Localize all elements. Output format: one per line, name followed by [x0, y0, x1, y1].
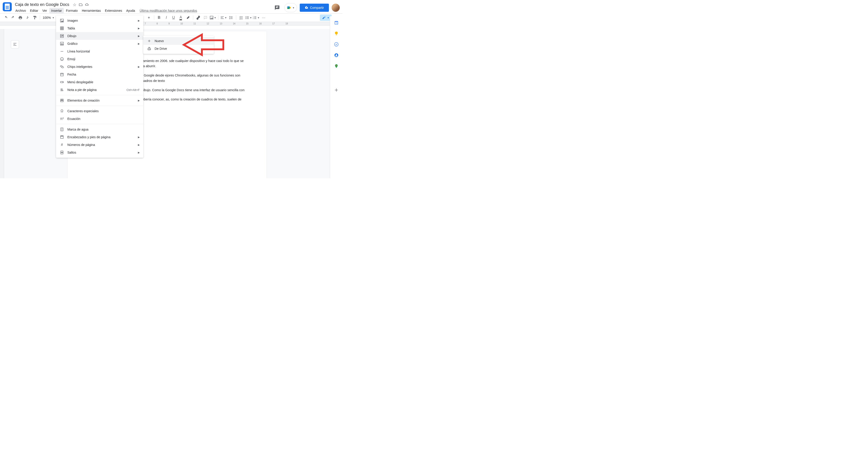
header: Caja de texto en Google Docs ☆ Archivo E…: [0, 0, 342, 13]
chart-icon: [60, 41, 64, 46]
keep-icon[interactable]: [334, 31, 339, 36]
menu-item-caracteres-especiales[interactable]: Ω Caracteres especiales: [56, 107, 143, 115]
undo-button[interactable]: [3, 15, 9, 21]
redo-button[interactable]: [10, 15, 16, 21]
maps-icon[interactable]: [334, 64, 339, 68]
chevron-right-icon: ▶: [138, 27, 140, 30]
document-title[interactable]: Caja de texto en Google Docs: [13, 2, 70, 7]
menu-item-marca-agua[interactable]: Marca de agua: [56, 125, 143, 133]
paint-format-button[interactable]: [32, 15, 38, 21]
chevron-right-icon: ▶: [138, 35, 140, 37]
menu-item-nota-pie[interactable]: Nota a pie de página Ctrl+Alt+F: [56, 86, 143, 94]
highlight-button[interactable]: [185, 15, 191, 21]
svg-point-6: [246, 18, 246, 19]
menu-editar[interactable]: Editar: [28, 8, 40, 13]
menu-item-tabla[interactable]: Tabla ▶: [56, 24, 143, 32]
bold-button[interactable]: B: [156, 15, 162, 21]
menu-archivo[interactable]: Archivo: [13, 8, 28, 13]
italic-button[interactable]: I: [163, 15, 169, 21]
svg-rect-1: [287, 6, 288, 8]
tasks-icon[interactable]: [334, 42, 339, 47]
drive-icon: [147, 47, 151, 51]
menu-item-fecha[interactable]: Fecha: [56, 70, 143, 78]
menu-item-encabezados[interactable]: Encabezados y pies de página ▶: [56, 133, 143, 141]
text-color-button[interactable]: A: [178, 15, 184, 21]
svg-point-31: [62, 66, 64, 68]
add-addon-icon[interactable]: [334, 88, 339, 92]
svg-point-21: [61, 35, 62, 37]
footnote-icon: [60, 88, 64, 92]
date-icon: [60, 73, 64, 77]
svg-rect-39: [61, 136, 63, 136]
chevron-down-icon: ▼: [292, 6, 295, 9]
chevron-right-icon: ▶: [138, 143, 140, 146]
last-modified-link[interactable]: Última modificación hace unos segundos: [140, 9, 197, 12]
bullet-list-button[interactable]: ▼: [245, 15, 252, 21]
menu-formato[interactable]: Formato: [64, 8, 80, 13]
submenu-label: Nuevo: [155, 39, 164, 43]
spellcheck-button[interactable]: [24, 15, 31, 21]
menu-ver[interactable]: Ver: [40, 8, 49, 13]
menu-insertar[interactable]: Insertar: [49, 8, 64, 13]
menu-item-saltos[interactable]: Saltos ▶: [56, 149, 143, 156]
menu-ayuda[interactable]: Ayuda: [124, 8, 137, 13]
submenu-item-de-drive[interactable]: De Drive: [143, 45, 214, 53]
dibujo-submenu: Nuevo De Drive: [143, 36, 214, 54]
menu-item-linea-horizontal[interactable]: Línea horizontal: [56, 48, 143, 55]
zoom-select[interactable]: 100%▼: [42, 15, 55, 21]
checklist-button[interactable]: [238, 15, 244, 21]
link-button[interactable]: [195, 15, 202, 21]
horizontal-ruler[interactable]: 789 101112 131415 161718: [0, 22, 342, 26]
underline-button[interactable]: U: [170, 15, 177, 21]
menu-label: Ecuación: [67, 117, 81, 120]
separator: [40, 16, 40, 20]
menu-item-grafico[interactable]: Gráfico ▶: [56, 40, 143, 48]
print-button[interactable]: [17, 15, 24, 21]
title-area: Caja de texto en Google Docs ☆ Archivo E…: [13, 2, 273, 13]
docs-logo-icon[interactable]: [3, 2, 12, 11]
insert-image-button[interactable]: ▼: [210, 15, 216, 21]
share-button[interactable]: Compartir: [300, 4, 329, 12]
menu-item-emoji[interactable]: Emoji: [56, 55, 143, 63]
outline-toggle-button[interactable]: [11, 40, 19, 49]
svg-point-29: [62, 59, 63, 59]
submenu-item-nuevo[interactable]: Nuevo: [143, 37, 214, 45]
menu-label: Gráfico: [67, 42, 78, 46]
vertical-ruler[interactable]: [0, 29, 4, 178]
menu-item-imagen[interactable]: Imagen ▶: [56, 17, 143, 24]
menu-extensiones[interactable]: Extensiones: [103, 8, 124, 13]
menu-item-chips[interactable]: Chips inteligentes ▶: [56, 63, 143, 70]
table-icon: [60, 26, 64, 30]
building-blocks-icon: [60, 98, 64, 103]
contacts-icon[interactable]: [334, 53, 339, 57]
menu-label: Encabezados y pies de página: [67, 135, 111, 139]
menu-herramientas[interactable]: Herramientas: [80, 8, 103, 13]
menu-item-numeros-pagina[interactable]: # Números de página ▶: [56, 141, 143, 149]
image-icon: [60, 19, 64, 23]
meet-button[interactable]: ▼: [284, 3, 297, 12]
calendar-icon[interactable]: 31: [334, 20, 339, 25]
cloud-status-icon[interactable]: [85, 3, 89, 7]
chevron-right-icon: ▶: [138, 136, 140, 139]
move-icon[interactable]: [79, 3, 83, 7]
menu-label: Fecha: [67, 73, 76, 76]
comments-history-icon[interactable]: [273, 3, 282, 12]
menu-item-elementos-creacion[interactable]: Elementos de creación ▶: [56, 96, 143, 104]
align-button[interactable]: ▼: [220, 15, 227, 21]
star-icon[interactable]: ☆: [73, 2, 76, 7]
menu-label: Imagen: [67, 19, 78, 22]
menu-item-ecuacion[interactable]: π² Ecuación: [56, 115, 143, 123]
menu-item-dibujo[interactable]: Dibujo ▶: [56, 32, 143, 40]
menu-item-menu-desplegable[interactable]: Menú desplegable: [56, 78, 143, 86]
watermark-icon: [60, 128, 64, 132]
more-button[interactable]: ⋯: [260, 15, 267, 21]
numbered-list-button[interactable]: 123▼: [253, 15, 259, 21]
user-avatar[interactable]: [332, 4, 340, 12]
chips-icon: [60, 65, 64, 69]
line-spacing-button[interactable]: [228, 15, 234, 21]
comment-button[interactable]: [202, 15, 209, 21]
increase-font-button[interactable]: +: [146, 15, 152, 21]
horizontal-line-icon: [60, 49, 64, 53]
separator: [236, 16, 236, 20]
svg-point-27: [60, 57, 64, 61]
